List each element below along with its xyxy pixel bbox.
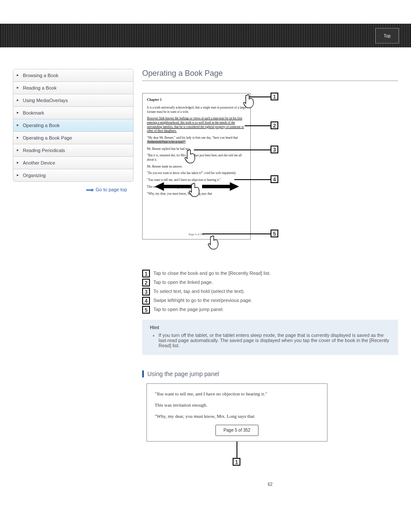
chapter-title: Chapter 1 <box>147 98 246 103</box>
callout-legend: 1 Tap to close the book and go to the [R… <box>142 270 398 314</box>
sidebar-item-label: Using MediaOverlays <box>23 98 68 103</box>
legend-text: Tap to open the linked page. <box>153 279 213 285</box>
legend-text: Swipe left/right to go to the next/previ… <box>153 297 252 303</box>
go-link-label: Go to page top <box>96 187 127 192</box>
sample-para: It is a truth universally acknowledged, … <box>147 106 246 114</box>
main-content: Operating a Book Page × Chapter 1 It is … <box>134 69 411 495</box>
sidebar-item-bookmark[interactable]: Bookmark <box>13 107 133 119</box>
top-badge[interactable]: Top <box>375 28 399 44</box>
sample-para: Mr. Bennet made no answer. <box>147 165 246 169</box>
page-title: Operating a Book Page <box>142 69 398 78</box>
sample-para: "My dear Mr. Bennet," said his lady to h… <box>147 136 246 144</box>
swipe-arrows-icon <box>155 182 239 195</box>
callout-4: 4 <box>271 175 278 183</box>
page-jump-callout: 1 <box>146 442 327 467</box>
sidebar-item-label: Another Device <box>23 160 55 165</box>
callout-1: 1 <box>233 458 240 466</box>
sidebar-item-label: Bookmark <box>23 110 44 115</box>
sidebar-item-periodicals[interactable]: Reading Periodicals <box>13 144 133 157</box>
title-rule <box>142 81 398 81</box>
sample-para: "Why, my dear, you must know, Mrs. Long … <box>155 412 319 421</box>
sample-para: "You want to tell me, and I have no obje… <box>155 390 319 398</box>
legend-num: 5 <box>142 306 150 314</box>
hint-title: Hint <box>150 325 390 330</box>
sidebar-item-organizing[interactable]: Organizing <box>13 169 133 181</box>
hint-item: If you turn off the tablet, or the table… <box>159 333 390 348</box>
legend-text: To select text, tap and hold (select the… <box>153 288 245 294</box>
callout-1: 1 <box>271 93 278 100</box>
legend-row: 2 Tap to open the linked page. <box>142 279 398 286</box>
go-to-top-link[interactable]: Go to page top <box>86 187 134 192</box>
sidebar-item-label: Reading Periodicals <box>23 148 65 153</box>
legend-num: 1 <box>142 270 150 277</box>
nav-list: Browsing a Book Reading a Book Using Med… <box>13 69 134 182</box>
page-jump-button[interactable]: Page 5 of 352 <box>215 425 258 436</box>
callout-5: 5 <box>271 230 278 237</box>
legend-row: 4 Swipe left/right to go to the next/pre… <box>142 297 398 305</box>
sidebar-item-mediaoverlays[interactable]: Using MediaOverlays <box>13 94 133 107</box>
sample-para: "Do you not want to know who has taken i… <box>147 171 246 176</box>
sample-para: "But it is, returned she; for Mrs. Long … <box>147 154 246 162</box>
sidebar-item-label: Operating a Book <box>23 123 60 128</box>
sample-para-link[interactable]: However little known the feelings or vie… <box>147 117 246 134</box>
sidebar-item-label: Operating a Book Page <box>23 135 72 140</box>
sidebar: Browsing a Book Reading a Book Using Med… <box>13 69 134 495</box>
sidebar-item-reading[interactable]: Reading a Book <box>13 82 133 94</box>
sample-para: This was invitation enough. <box>155 401 319 410</box>
legend-row: 5 Tap to open the page jump panel. <box>142 306 398 314</box>
selected-text[interactable]: Netherfield Park is let at last?" <box>147 140 186 144</box>
legend-row: 1 Tap to close the book and go to the [R… <box>142 270 398 277</box>
sidebar-item-operating-page[interactable]: Operating a Book Page <box>13 132 133 144</box>
callout-2: 2 <box>271 121 278 129</box>
sidebar-item-label: Browsing a Book <box>23 73 59 78</box>
legend-text: Tap to close the book and go to the [Rec… <box>153 270 271 276</box>
page-jump-frame: "You want to tell me, and I have no obje… <box>146 383 327 442</box>
reader-illustration: × Chapter 1 It is a truth universally ac… <box>142 93 280 257</box>
sidebar-item-label: Reading a Book <box>23 85 56 90</box>
legend-row: 3 To select text, tap and hold (select t… <box>142 288 398 296</box>
footer-page-number: 62 <box>142 482 398 495</box>
close-icon[interactable]: × <box>243 95 248 100</box>
subsection-page-jump: Using the page jump panel "You want to t… <box>142 370 398 467</box>
header-band: Top <box>0 24 411 47</box>
reader-frame: × Chapter 1 It is a truth universally ac… <box>142 93 251 240</box>
callout-3: 3 <box>271 146 278 153</box>
legend-num: 2 <box>142 279 150 286</box>
sidebar-item-operating-book[interactable]: Operating a Book <box>13 119 133 132</box>
subsection-heading: Using the page jump panel <box>142 370 398 377</box>
legend-text: Tap to open the page jump panel. <box>153 306 224 312</box>
sidebar-item-another-device[interactable]: Another Device <box>13 157 133 169</box>
sidebar-item-label: Organizing <box>23 173 46 178</box>
sidebar-item-browsing[interactable]: Browsing a Book <box>13 69 133 82</box>
legend-num: 3 <box>142 288 150 296</box>
arrow-right-icon <box>86 188 94 192</box>
hint-box: Hint If you turn off the tablet, or the … <box>142 320 398 355</box>
legend-num: 4 <box>142 297 150 305</box>
